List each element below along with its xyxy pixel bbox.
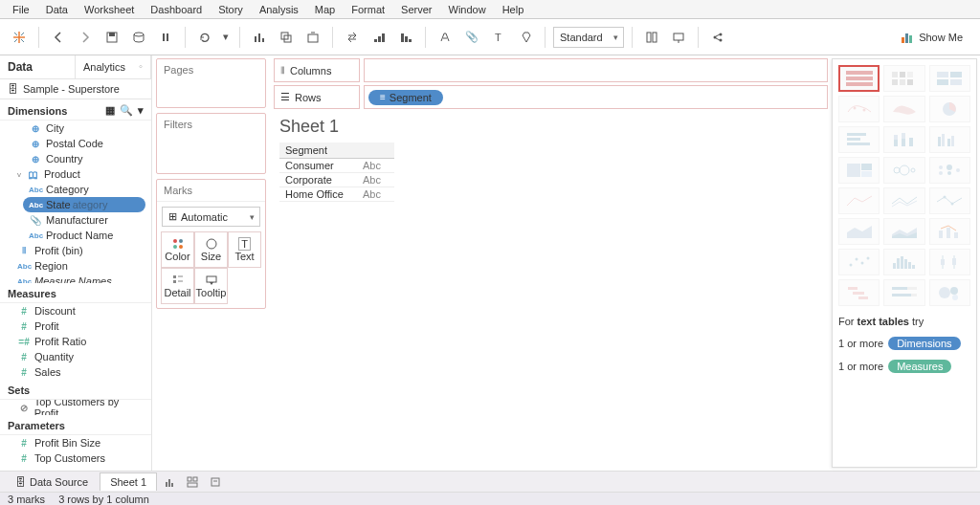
fit-dropdown[interactable]: Standard [553,27,624,48]
viz-line-c[interactable] [838,187,880,214]
search-icon[interactable]: 🔍 [120,104,133,117]
duplicate-icon[interactable] [275,26,298,49]
viz-symbol-map[interactable] [838,96,880,122]
menu-file[interactable]: File [6,2,36,17]
viz-stacked-bar[interactable] [883,126,924,153]
viz-dual-line[interactable] [929,187,970,214]
sheet-title[interactable]: Sheet 1 [279,117,822,137]
viz-dual-combo[interactable] [929,218,970,245]
attach-icon[interactable]: 📎 [460,26,483,49]
tab-analytics[interactable]: Analytics ◦ [76,55,151,78]
viz-box[interactable] [929,249,970,275]
show-me-button[interactable]: Show Me [891,27,972,48]
field-top-customers-param[interactable]: #Top Customers [0,450,151,466]
viz-gantt[interactable] [838,279,880,306]
viz-pie[interactable] [929,96,970,122]
field-product-name[interactable]: AbcProduct Name [0,228,151,243]
field-discount[interactable]: #Discount [0,303,151,318]
rows-shelf[interactable]: Segment [364,85,828,109]
marks-color[interactable]: Color [161,231,194,268]
viz-area-c[interactable] [838,218,880,245]
highlight-icon[interactable] [434,26,457,49]
viz-treemap[interactable] [838,157,880,184]
new-dashboard-icon[interactable] [182,473,203,491]
new-sheet-icon[interactable] [159,473,180,491]
field-profit[interactable]: #Profit [0,318,151,334]
viz-side-bar[interactable] [929,126,970,153]
marks-type-dropdown[interactable]: ⊞Automatic [162,207,260,227]
new-worksheet-icon[interactable] [248,26,271,49]
pages-shelf[interactable]: Pages [156,58,266,108]
field-state-selected[interactable]: AbcStateategory [23,197,145,212]
field-manufacturer[interactable]: 📎Manufacturer [0,212,151,228]
new-story-icon[interactable] [205,473,226,491]
cards-icon[interactable] [640,26,663,49]
sort-desc-icon[interactable] [394,26,417,49]
field-top-customers-set[interactable]: ⊘Top Customers by Profit [0,400,151,415]
field-sales[interactable]: #Sales [0,364,151,380]
refresh-icon[interactable] [193,26,216,49]
field-measure-names[interactable]: AbcMeasure Names [0,274,151,283]
tab-sheet1[interactable]: Sheet 1 [100,472,157,491]
menu-data[interactable]: Data [39,2,75,17]
view-grid-icon[interactable]: ▦ [105,104,115,117]
label-icon[interactable]: T [487,26,510,49]
viz-bullet[interactable] [883,279,924,306]
clear-icon[interactable] [301,26,324,49]
marks-text[interactable]: TText [228,231,261,268]
presentation-icon[interactable] [667,26,690,49]
menu-help[interactable]: Help [496,2,531,17]
menu-worksheet[interactable]: Worksheet [78,2,141,17]
viz-text-table[interactable] [838,65,880,92]
menu-format[interactable]: Format [345,2,391,17]
viz-area-d[interactable] [883,218,924,245]
format-icon[interactable] [514,26,537,49]
viz-packed-bubble[interactable] [929,279,970,306]
sort-asc-icon[interactable] [368,26,390,49]
viz-filled-map[interactable] [883,96,924,122]
field-region[interactable]: AbcRegion [0,258,151,274]
viz-histogram[interactable] [883,249,924,275]
menu-map[interactable]: Map [308,2,342,17]
menu-dashboard[interactable]: Dashboard [144,2,209,17]
viz-side-circle[interactable] [929,157,970,184]
forward-icon[interactable] [74,26,97,49]
new-datasource-icon[interactable] [127,26,150,49]
viz-highlight-table[interactable] [929,65,970,92]
refresh-dropdown-icon[interactable]: ▾ [220,26,232,49]
tab-data-source[interactable]: 🗄Data Source [6,473,98,491]
field-category[interactable]: AbcCategory [0,182,151,197]
filters-shelf[interactable]: Filters [156,113,266,174]
swap-icon[interactable] [341,26,364,49]
table-row[interactable]: CorporateAbc [279,173,394,187]
marks-tooltip[interactable]: Tooltip [194,268,228,304]
viz-line-d[interactable] [883,187,924,214]
menu-story[interactable]: Story [212,2,250,17]
pause-icon[interactable] [154,26,177,49]
viz-scatter[interactable] [838,249,880,275]
tableau-logo-icon[interactable] [8,26,31,49]
viz-circle[interactable] [883,157,924,184]
viz-hbar[interactable] [838,126,880,153]
field-city[interactable]: ⊕City [0,121,151,136]
table-row[interactable]: ConsumerAbc [279,159,394,173]
back-icon[interactable] [47,26,70,49]
datasource-row[interactable]: 🗄 Sample - Superstore [0,79,151,99]
field-product-folder[interactable]: v🕮Product [0,166,151,182]
menu-dropdown-icon[interactable]: ▾ [138,104,144,117]
table-row[interactable]: Home OfficeAbc [279,187,394,202]
tab-data[interactable]: Data [0,55,76,78]
menu-analysis[interactable]: Analysis [253,2,305,17]
menu-window[interactable]: Window [442,2,493,17]
save-icon[interactable] [100,26,123,49]
viz-heat-map[interactable] [883,65,924,92]
field-profit-bin-size[interactable]: #Profit Bin Size [0,435,151,450]
marks-detail[interactable]: Detail [161,268,194,304]
field-postal-code[interactable]: ⊕Postal Code [0,136,151,151]
marks-size[interactable]: Size [194,231,228,268]
field-profit-ratio[interactable]: =#Profit Ratio [0,334,151,349]
pill-segment[interactable]: Segment [368,90,443,105]
share-icon[interactable] [706,26,729,49]
columns-shelf[interactable] [364,58,828,82]
field-country[interactable]: ⊕Country [0,151,151,166]
